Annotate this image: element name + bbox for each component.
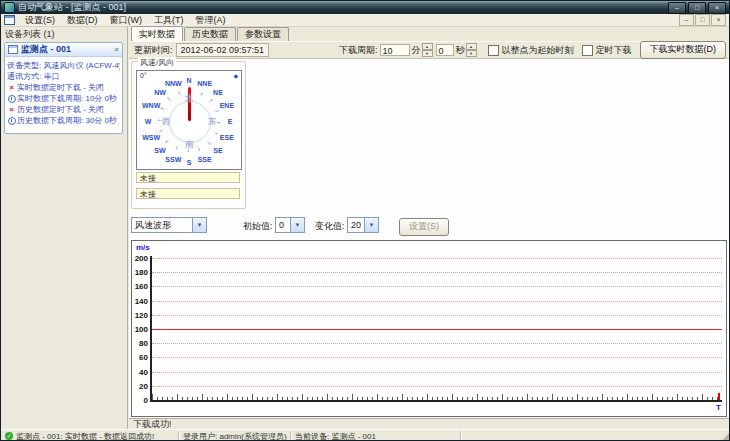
- login-user-cell: 登录用户: admin(系统管理员): [179, 431, 291, 441]
- x-ruler-tick: [372, 397, 373, 400]
- seconds-input[interactable]: 0: [436, 44, 454, 56]
- x-ruler-tick: [312, 397, 313, 400]
- x-ruler-tick: [632, 397, 633, 400]
- x-ruler-tick: [182, 397, 183, 400]
- mdi-close-button[interactable]: ×: [711, 14, 726, 26]
- x-ruler-tick: [402, 394, 403, 400]
- compass-arrow-icon: →: [164, 96, 174, 106]
- x-ruler-tick: [357, 397, 358, 400]
- pin-icon[interactable]: ×: [114, 45, 119, 54]
- x-ruler-tick: [647, 397, 648, 400]
- main-area: 实时数据历史数据参数设置 更新时间: 2012-06-02 09:57:51 下…: [129, 27, 730, 429]
- close-button[interactable]: ×: [708, 2, 726, 14]
- chevron-down-icon: ▼: [364, 218, 378, 232]
- app-window: 自动气象站 - [监测点 - 001] – □ × 设置(S)数据(D)窗口(W…: [0, 0, 730, 441]
- x-ruler-tick: [442, 397, 443, 400]
- menu-item-0[interactable]: 设置(S): [19, 15, 61, 25]
- x-ruler-tick: [387, 397, 388, 400]
- x-ruler-tick: [237, 397, 238, 400]
- y-tick-label: 20: [132, 382, 148, 391]
- x-ruler-tick: [482, 397, 483, 400]
- tab-0[interactable]: 实时数据: [131, 26, 183, 41]
- x-ruler-tick: [242, 397, 243, 400]
- set-button[interactable]: 设置(S): [399, 218, 449, 236]
- menu-item-4[interactable]: 管理(A): [190, 15, 232, 25]
- device-box[interactable]: 监测点 - 001 × 设备类型: 风速风向仪 (ACFW-4)通讯方式: 串口…: [4, 42, 123, 134]
- minutes-stepper[interactable]: ▲▼: [422, 43, 433, 57]
- resize-grip[interactable]: ◢: [722, 431, 730, 441]
- x-ruler-tick: [457, 397, 458, 400]
- y-tick-label: 120: [132, 311, 148, 320]
- compass-arrow-icon: →: [158, 128, 167, 137]
- x-ruler-tick: [302, 394, 303, 400]
- device-line-5: 历史数据下载周期: 30分 0秒: [7, 115, 120, 126]
- timer-download-checkbox[interactable]: [582, 45, 593, 56]
- compass-point-N: N: [186, 77, 191, 84]
- x-ruler-tick: [497, 397, 498, 400]
- x-ruler-tick: [167, 397, 168, 400]
- compass-arrow-icon: →: [196, 143, 205, 152]
- x-ruler-tick: [637, 397, 638, 400]
- download-realtime-button[interactable]: 下载实时数据(D): [640, 41, 727, 59]
- tab-1[interactable]: 历史数据: [184, 27, 236, 41]
- maximize-button[interactable]: □: [688, 2, 706, 14]
- menu-item-1[interactable]: 数据(D): [61, 15, 104, 25]
- device-line-text: 历史数据下载周期: 30分 0秒: [17, 115, 117, 126]
- gridline: [152, 301, 722, 302]
- device-info-lines: 设备类型: 风速风向仪 (ACFW-4)通讯方式: 串口×实时数据定时下载 - …: [5, 57, 122, 129]
- menu-item-2[interactable]: 窗口(W): [104, 15, 149, 25]
- wind-speed-chart: m/s T 020406080100120140160180200: [131, 240, 727, 417]
- initial-value-select[interactable]: 0 ▼: [275, 217, 305, 233]
- x-ruler-tick: [452, 394, 453, 400]
- mdi-minimize-button[interactable]: –: [679, 14, 694, 26]
- y-tick-label: 0: [132, 396, 148, 405]
- x-ruler-tick: [297, 397, 298, 400]
- tab-2[interactable]: 参数设置: [237, 27, 289, 41]
- x-ruler-tick: [467, 397, 468, 400]
- x-ruler-tick: [627, 394, 628, 400]
- compass-point-WSW: WSW: [142, 133, 160, 140]
- x-ruler-tick: [252, 394, 253, 400]
- minutes-unit: 分: [412, 44, 421, 57]
- compass-point-NW: NW: [154, 89, 166, 96]
- x-ruler-tick: [287, 397, 288, 400]
- device-line-4: ×历史数据定时下载 - 关闭: [7, 104, 120, 115]
- gridline: [152, 386, 722, 387]
- device-line-2: ×实时数据定时下载 - 关闭: [7, 82, 120, 93]
- minimize-button[interactable]: –: [668, 2, 686, 14]
- x-ruler-tick: [432, 397, 433, 400]
- compass-arrow-icon: →: [164, 137, 174, 147]
- chevron-down-icon: ▼: [192, 218, 206, 232]
- minutes-input[interactable]: 10: [380, 44, 410, 56]
- x-ruler-tick: [447, 397, 448, 400]
- device-line-0: 设备类型: 风速风向仪 (ACFW-4): [7, 60, 120, 71]
- seconds-stepper[interactable]: ▲▼: [466, 43, 477, 57]
- x-ruler-tick: [617, 397, 618, 400]
- x-ruler-tick: [697, 397, 698, 400]
- x-ruler-tick: [227, 394, 228, 400]
- mdi-restore-button[interactable]: □: [695, 14, 710, 26]
- y-tick-label: 200: [132, 254, 148, 263]
- x-ruler-tick: [352, 394, 353, 400]
- compass-point-ENE: ENE: [220, 102, 234, 109]
- x-ruler-tick: [692, 397, 693, 400]
- x-ruler-tick: [437, 397, 438, 400]
- x-ruler-tick: [217, 397, 218, 400]
- x-ruler-tick: [207, 397, 208, 400]
- x-ruler-tick: [502, 394, 503, 400]
- x-ruler-tick: [562, 397, 563, 400]
- clock-icon: [7, 116, 16, 125]
- y-tick-label: 140: [132, 297, 148, 306]
- hour-start-checkbox[interactable]: [488, 45, 499, 56]
- waveform-select[interactable]: 风速波形 ▼: [131, 217, 207, 233]
- x-ruler-tick: [542, 397, 543, 400]
- compass-arrow-icon: →: [173, 90, 182, 99]
- red-x-icon: ×: [7, 83, 16, 92]
- x-ruler-tick: [367, 397, 368, 400]
- menu-item-3[interactable]: 工具(T): [148, 15, 190, 25]
- gridline: [152, 286, 722, 287]
- gridline: [152, 357, 722, 358]
- x-ruler-tick: [197, 397, 198, 400]
- change-value-select[interactable]: 20 ▼: [347, 217, 379, 233]
- x-ruler-tick: [282, 397, 283, 400]
